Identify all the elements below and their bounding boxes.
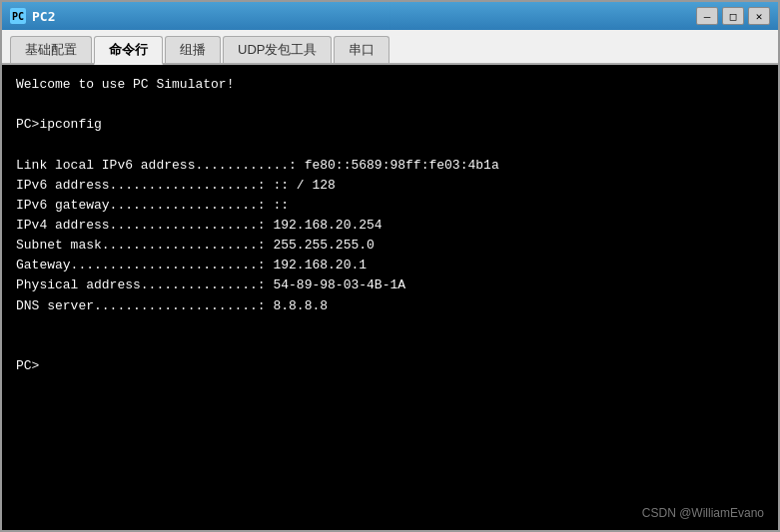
title-bar: PC PC2 — □ ✕	[2, 2, 778, 30]
main-window: PC PC2 — □ ✕ 基础配置 命令行 组播 UDP发包工具 串口 Welc…	[0, 0, 780, 532]
tab-basic-config[interactable]: 基础配置	[10, 36, 92, 63]
window-icon: PC	[10, 8, 26, 24]
terminal-output: Welcome to use PC Simulator! PC>ipconfig…	[16, 75, 764, 376]
tab-bar: 基础配置 命令行 组播 UDP发包工具 串口	[2, 30, 778, 65]
minimize-button[interactable]: —	[696, 7, 718, 25]
maximize-button[interactable]: □	[722, 7, 744, 25]
title-bar-left: PC PC2	[10, 8, 55, 24]
window-title: PC2	[32, 9, 55, 24]
tab-udp-tool[interactable]: UDP发包工具	[223, 36, 332, 63]
terminal-area[interactable]: Welcome to use PC Simulator! PC>ipconfig…	[2, 65, 778, 530]
title-bar-controls: — □ ✕	[696, 7, 770, 25]
tab-serial[interactable]: 串口	[334, 36, 390, 63]
tab-multicast[interactable]: 组播	[165, 36, 221, 63]
close-button[interactable]: ✕	[748, 7, 770, 25]
watermark: CSDN @WilliamEvano	[642, 506, 764, 520]
tab-command-line[interactable]: 命令行	[94, 36, 163, 65]
